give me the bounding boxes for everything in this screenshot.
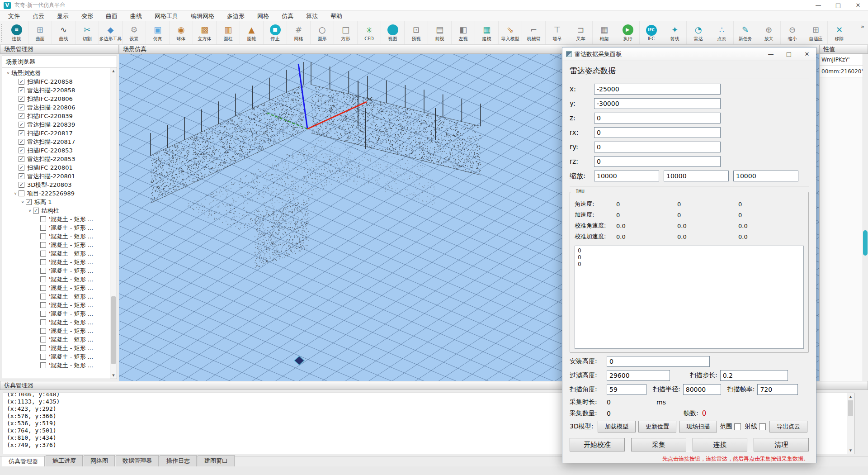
tree-item-checkbox[interactable]: ✓ <box>19 122 24 128</box>
tree-item[interactable]: ✓扫描IFC-220839 <box>2 112 110 120</box>
toolbar-button-sphere[interactable]: ◉球体 <box>170 21 193 44</box>
tree-item-checkbox[interactable] <box>40 294 46 299</box>
tree-item[interactable]: ✓雷达扫描-220858 <box>2 86 110 95</box>
scroll-up-icon[interactable]: ▲ <box>847 393 854 400</box>
toolbar-button-radar[interactable]: ◔雷达 <box>687 21 710 44</box>
tree-item-checkbox[interactable] <box>40 285 46 291</box>
scan-rate-input[interactable] <box>757 384 798 395</box>
tree-item-checkbox[interactable]: ✓ <box>26 199 32 205</box>
tree-item[interactable]: '混凝土 - 矩形 ... <box>2 335 110 344</box>
toolbar-overflow-chevron[interactable]: » <box>857 21 868 44</box>
dialog-minimize-button[interactable]: — <box>762 48 780 61</box>
tree-item[interactable]: ✓3D模型-220803 <box>2 180 110 189</box>
toolbar-button-cut[interactable]: ✂切割 <box>75 21 99 44</box>
tree-item[interactable]: '混凝土 - 矩形 ... <box>2 223 110 232</box>
toolbar-button-ray[interactable]: ✦射线 <box>663 21 687 44</box>
tree-item-checkbox[interactable] <box>40 225 46 231</box>
toolbar-button-cube[interactable]: ▩立方体 <box>193 21 217 44</box>
toolbar-button-surface[interactable]: ⊞曲面 <box>28 21 52 44</box>
dialog-title-bar[interactable]: 雷达数据采集面板 — □ ✕ <box>562 48 816 61</box>
toolbar-button-new-task[interactable]: ✎新任务 <box>734 21 757 44</box>
scroll-up-icon[interactable]: ▲ <box>110 68 117 74</box>
tree-item[interactable]: ∨项目-222526989 <box>2 189 110 198</box>
toolbar-button-cone[interactable]: ▲圆锥 <box>240 21 264 44</box>
menu-item-网格工具[interactable]: 网格工具 <box>148 11 184 21</box>
scroll-thumb[interactable] <box>111 296 116 364</box>
button-开始校准[interactable]: 开始校准 <box>570 438 625 451</box>
bottom-tab-施工进度[interactable]: 施工进度 <box>46 455 83 466</box>
toolbar-button-cylinder[interactable]: ▥圆柱 <box>217 21 240 44</box>
button-导出点云[interactable]: 导出点云 <box>769 421 807 432</box>
pose-input-rx[interactable] <box>594 127 721 138</box>
bottom-tab-网络图[interactable]: 网络图 <box>84 455 115 466</box>
tree-item-checkbox[interactable] <box>40 311 46 317</box>
checkbox-射线[interactable] <box>759 423 766 430</box>
menu-item-曲线[interactable]: 曲线 <box>124 11 148 21</box>
bottom-tab-数据管理器[interactable]: 数据管理器 <box>116 455 159 466</box>
tree-item[interactable]: ✓雷达扫描-220853 <box>2 155 110 163</box>
tree-item[interactable]: '混凝土 - 矩形 ... <box>2 284 110 292</box>
sim-log-scrollbar[interactable]: ▲ ▼ <box>847 393 854 454</box>
tree-item-checkbox[interactable]: ✓ <box>19 139 24 145</box>
tree-item-checkbox[interactable] <box>40 251 46 256</box>
pose-input-rz[interactable] <box>594 156 721 167</box>
tree-item[interactable]: '混凝土 - 矩形 ... <box>2 361 110 370</box>
filter-height-input[interactable] <box>607 370 670 381</box>
tree-item-checkbox[interactable] <box>40 216 46 222</box>
menu-item-编辑网格[interactable]: 编辑网格 <box>184 11 221 21</box>
tree-item[interactable]: ∨✓标高 1 <box>2 198 110 206</box>
scroll-down-icon[interactable]: ▼ <box>110 372 117 379</box>
toolbar-button-modeling[interactable]: ▦建模 <box>475 21 499 44</box>
tree-item[interactable]: '混凝土 - 矩形 ... <box>2 275 110 284</box>
tree-item-checkbox[interactable]: ✓ <box>19 104 24 110</box>
tree-item[interactable]: ✓雷达扫描-220839 <box>2 120 110 129</box>
window-maximize-button[interactable]: □ <box>828 0 848 11</box>
toolbar-button-stop[interactable]: ■停止 <box>264 21 287 44</box>
tree-item-checkbox[interactable]: ✓ <box>19 113 24 119</box>
tree-item-checkbox[interactable]: ✓ <box>19 130 24 136</box>
checkbox-范围[interactable] <box>734 423 741 430</box>
tree-item[interactable]: ✓扫描IFC-220853 <box>2 146 110 155</box>
scale-input-3[interactable] <box>733 171 798 181</box>
chevron-down-icon[interactable]: ∨ <box>5 71 11 75</box>
imu-buffer-box[interactable]: 0 0 0 <box>575 246 804 349</box>
scan-angle-input[interactable] <box>607 384 646 395</box>
dialog-close-button[interactable]: ✕ <box>798 48 816 61</box>
toolbar-button-front-view[interactable]: ▤前视 <box>428 21 452 44</box>
tree-item-checkbox[interactable] <box>40 354 46 360</box>
menu-item-显示[interactable]: 显示 <box>51 11 75 21</box>
tree-item[interactable]: ✓雷达扫描-220801 <box>2 172 110 180</box>
pose-input-ry[interactable] <box>594 142 721 152</box>
scroll-down-icon[interactable]: ▼ <box>847 447 854 454</box>
scan-step-input[interactable] <box>720 370 788 381</box>
tree-item-checkbox[interactable] <box>40 259 46 265</box>
toolbar-button-import-model[interactable]: ⇘导入模型 <box>499 21 522 44</box>
tree-item-checkbox[interactable]: ✓ <box>19 182 24 188</box>
tree-item[interactable]: ✓扫描IFC-220806 <box>2 95 110 103</box>
pose-input-z[interactable] <box>594 113 721 124</box>
tree-item-checkbox[interactable] <box>40 233 46 239</box>
tree-item-checkbox[interactable] <box>40 337 46 342</box>
tree-item[interactable]: '混凝土 - 矩形 ... <box>2 309 110 318</box>
toolbar-button-fit-view[interactable]: ⊞自适应 <box>804 21 828 44</box>
toolbar-button-remove[interactable]: ✕移除 <box>828 21 851 44</box>
window-minimize-button[interactable]: — <box>808 0 828 11</box>
button-清理[interactable]: 清理 <box>754 438 809 451</box>
toolbar-button-mesh[interactable]: #网格 <box>287 21 311 44</box>
menu-item-帮助[interactable]: 帮助 <box>324 11 349 21</box>
button-更新位置[interactable]: 更新位置 <box>638 421 676 432</box>
tree-item[interactable]: '混凝土 - 矩形 ... <box>2 232 110 241</box>
toolbar-button-square[interactable]: □方形 <box>334 21 358 44</box>
toolbar-button-robot-arm[interactable]: ⌐机械臂 <box>522 21 546 44</box>
toolbar-button-settings[interactable]: ⚙设置 <box>123 21 146 44</box>
toolbar-button-preview[interactable]: ⊡预视 <box>405 21 428 44</box>
toolbar-button-circle[interactable]: ○圆形 <box>311 21 334 44</box>
window-close-button[interactable]: ✕ <box>848 0 868 11</box>
menu-item-仿真[interactable]: 仿真 <box>275 11 300 21</box>
bottom-tab-建图窗口[interactable]: 建图窗口 <box>198 455 235 466</box>
tree-item-checkbox[interactable]: ✓ <box>19 156 24 162</box>
scene-tree-scrollbar[interactable]: ▲ ▼ <box>110 68 117 379</box>
tree-item[interactable]: '混凝土 - 矩形 ... <box>2 344 110 352</box>
button-加载模型[interactable]: 加载模型 <box>598 421 636 432</box>
toolbar-button-curve[interactable]: ∿曲线 <box>52 21 75 44</box>
